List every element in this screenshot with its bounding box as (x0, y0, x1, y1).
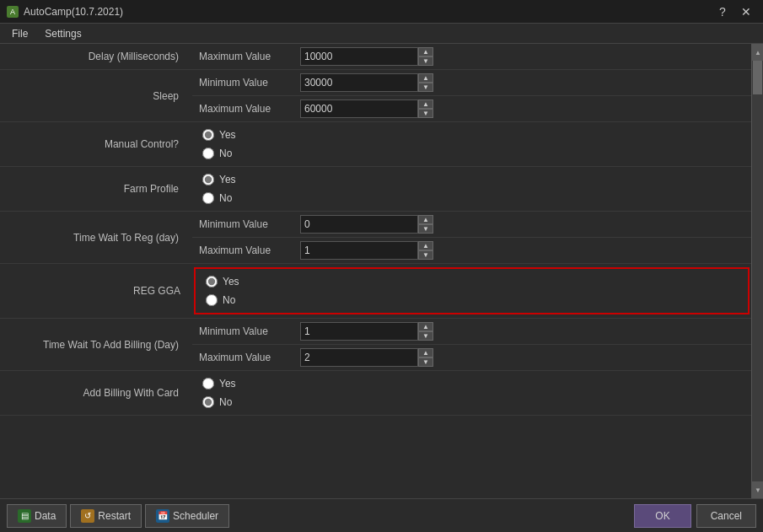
manual-control-no-input[interactable] (202, 148, 214, 159)
ok-button[interactable]: OK (634, 504, 690, 528)
sleep-min-down[interactable]: ▼ (418, 83, 433, 92)
sleep-max-up[interactable]: ▲ (418, 99, 433, 109)
sleep-min-spinners: ▲ ▼ (418, 73, 433, 92)
delay-max-row: Maximum Value ▲ ▼ (192, 44, 751, 69)
title-bar: A AutoCamp(10.7.2021) ? ✕ (0, 0, 763, 24)
time-wait-reg-max-spinners: ▲ ▼ (418, 241, 433, 260)
delay-controls: Maximum Value ▲ ▼ (192, 44, 751, 69)
time-wait-billing-min-row: Minimum Value ▲ ▼ (192, 319, 751, 345)
app-title: AutoCamp(10.7.2021) (24, 6, 123, 18)
add-billing-no-input[interactable] (202, 396, 214, 408)
farm-profile-yes[interactable]: Yes (202, 174, 741, 185)
sleep-controls: Minimum Value ▲ ▼ Maximum Value (192, 70, 751, 121)
add-billing-yes-label: Yes (219, 378, 236, 390)
manual-control-yes-input[interactable] (202, 129, 214, 141)
close-button[interactable]: ✕ (736, 3, 756, 20)
time-wait-reg-max-input[interactable] (300, 241, 418, 260)
time-wait-billing-min-spinners: ▲ ▼ (418, 322, 433, 341)
add-billing-controls: Yes No (192, 371, 751, 415)
time-wait-billing-max-down[interactable]: ▼ (418, 357, 433, 367)
app-icon: A (7, 6, 19, 18)
reg-gga-no[interactable]: No (206, 294, 738, 306)
sleep-max-down[interactable]: ▼ (418, 109, 433, 118)
restart-button[interactable]: ↺ Restart (70, 504, 142, 528)
sleep-row: Sleep Minimum Value ▲ ▼ Maximum Value (0, 70, 751, 122)
time-wait-billing-controls: Minimum Value ▲ ▼ Maximum Value (192, 319, 751, 370)
delay-max-up[interactable]: ▲ (418, 47, 433, 56)
reg-gga-no-label: No (223, 294, 235, 306)
time-wait-reg-min-input[interactable] (300, 215, 418, 234)
delay-max-down[interactable]: ▼ (418, 56, 433, 66)
restart-btn-label: Restart (98, 510, 131, 522)
add-billing-no[interactable]: No (202, 396, 741, 408)
add-billing-yes[interactable]: Yes (202, 378, 741, 390)
time-wait-billing-min-up[interactable]: ▲ (418, 322, 433, 331)
reg-gga-yes-label: Yes (223, 276, 239, 287)
reg-gga-highlight-box: Yes No (194, 267, 750, 314)
time-wait-reg-max-down[interactable]: ▼ (418, 250, 433, 260)
time-wait-billing-label: Time Wait To Add Billing (Day) (0, 319, 192, 370)
title-bar-left: A AutoCamp(10.7.2021) (7, 6, 123, 18)
delay-max-label: Maximum Value (199, 51, 300, 62)
reg-gga-yes[interactable]: Yes (206, 276, 738, 287)
menu-settings[interactable]: Settings (36, 26, 89, 41)
farm-profile-no-input[interactable] (202, 192, 214, 204)
sleep-max-input[interactable] (300, 99, 418, 118)
farm-profile-no-label: No (219, 192, 232, 204)
time-wait-billing-min-label: Minimum Value (199, 325, 300, 337)
bottom-bar: ▤ Data ↺ Restart 📅 Scheduler OK Cancel (0, 498, 763, 532)
sleep-max-control: ▲ ▼ (300, 99, 433, 118)
restart-icon: ↺ (81, 509, 94, 523)
sleep-label: Sleep (0, 70, 192, 121)
content-area[interactable]: Delay (Milliseconds) Maximum Value ▲ ▼ (0, 44, 751, 498)
scheduler-button[interactable]: 📅 Scheduler (145, 504, 229, 528)
main-container: Delay (Milliseconds) Maximum Value ▲ ▼ (0, 44, 763, 498)
time-wait-billing-row: Time Wait To Add Billing (Day) Minimum V… (0, 319, 751, 371)
title-bar-controls: ? ✕ (712, 3, 756, 20)
time-wait-billing-min-down[interactable]: ▼ (418, 331, 433, 341)
time-wait-billing-max-up[interactable]: ▲ (418, 348, 433, 357)
reg-gga-yes-input[interactable] (206, 276, 218, 287)
time-wait-reg-max-control: ▲ ▼ (300, 241, 433, 260)
add-billing-no-label: No (219, 396, 232, 408)
scroll-down-btn[interactable]: ▼ (752, 481, 763, 498)
reg-gga-radio-group: Yes No (196, 269, 748, 313)
time-wait-reg-min-up[interactable]: ▲ (418, 215, 433, 224)
time-wait-reg-min-down[interactable]: ▼ (418, 224, 433, 234)
reg-gga-label-area: REG GGA (2, 267, 194, 314)
add-billing-yes-input[interactable] (202, 378, 214, 390)
time-wait-reg-min-control: ▲ ▼ (300, 215, 433, 234)
scroll-thumb[interactable] (753, 61, 762, 94)
manual-control-radio-group: Yes No (192, 122, 751, 166)
time-wait-reg-min-label: Minimum Value (199, 218, 300, 230)
time-wait-billing-max-input[interactable] (300, 348, 418, 367)
delay-max-control: ▲ ▼ (300, 47, 433, 66)
manual-control-yes[interactable]: Yes (202, 129, 741, 141)
scroll-up-btn[interactable]: ▲ (752, 44, 763, 61)
farm-profile-no[interactable]: No (202, 192, 741, 204)
delay-label: Delay (Milliseconds) (0, 44, 192, 69)
manual-control-label: Manual Control? (0, 122, 192, 166)
time-wait-reg-max-row: Maximum Value ▲ ▼ (192, 238, 751, 263)
menu-file[interactable]: File (3, 26, 36, 41)
sleep-min-up[interactable]: ▲ (418, 73, 433, 83)
bottom-left-buttons: ▤ Data ↺ Restart 📅 Scheduler (7, 504, 229, 528)
time-wait-billing-max-spinners: ▲ ▼ (418, 348, 433, 367)
sleep-min-row: Minimum Value ▲ ▼ (192, 70, 751, 96)
cancel-button[interactable]: Cancel (696, 504, 756, 528)
time-wait-billing-min-input[interactable] (300, 322, 418, 341)
reg-gga-no-input[interactable] (206, 294, 218, 306)
time-wait-billing-max-label: Maximum Value (199, 352, 300, 363)
help-button[interactable]: ? (712, 3, 733, 20)
manual-control-no[interactable]: No (202, 148, 741, 159)
data-button[interactable]: ▤ Data (7, 504, 67, 528)
sleep-max-spinners: ▲ ▼ (418, 99, 433, 118)
sleep-min-input[interactable] (300, 73, 418, 92)
delay-max-input[interactable] (300, 47, 418, 66)
time-wait-reg-max-up[interactable]: ▲ (418, 241, 433, 250)
add-billing-label: Add Billing With Card (0, 371, 192, 415)
farm-profile-yes-input[interactable] (202, 174, 214, 185)
add-billing-radio-group: Yes No (192, 371, 751, 415)
scheduler-btn-label: Scheduler (173, 510, 218, 522)
time-wait-reg-min-spinners: ▲ ▼ (418, 215, 433, 234)
